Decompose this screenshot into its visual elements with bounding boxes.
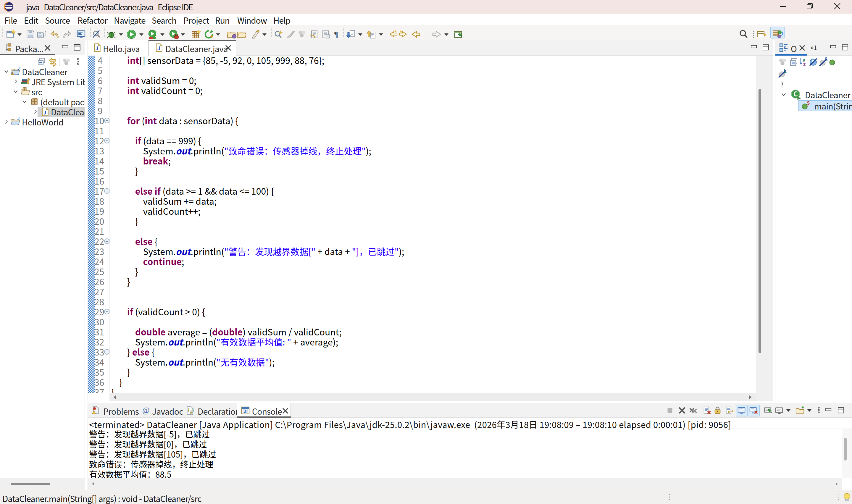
linenums: 4 5 6 7 8 9 10 11 12 13 14 15 16 17 18 1… — [94, 56, 103, 393]
menu-refactor[interactable]: Refactor — [77, 14, 107, 26]
menu-source[interactable]: Source — [45, 14, 70, 26]
ic — [126, 29, 137, 39]
sep — [343, 27, 344, 38]
ol-sel: S main(String — [798, 100, 852, 111]
tb-dots — [753, 31, 754, 38]
dd — [807, 409, 812, 413]
ic — [61, 57, 72, 67]
ic — [841, 43, 849, 52]
win-close[interactable] — [834, 3, 840, 10]
bp-tabbar: ! Problems @ Javadoc {..} Declaration J … — [88, 403, 852, 418]
fold — [104, 118, 110, 123]
bulb — [842, 492, 851, 502]
menu-edit[interactable]: Edit — [24, 14, 38, 26]
svg-text:z: z — [803, 60, 805, 68]
menu-file[interactable]: File — [4, 14, 17, 26]
ic — [837, 407, 845, 415]
ic — [61, 43, 70, 52]
ic: @ — [142, 406, 151, 415]
fold — [104, 349, 110, 355]
ol-toolbar: az F S L — [775, 56, 852, 88]
ic — [689, 406, 698, 415]
ic — [91, 29, 102, 39]
svg-text:J: J — [43, 109, 47, 116]
package-explorer: Packa... J!DataCleanerJRE System Librasr… — [0, 40, 85, 490]
sb-dots2 — [838, 494, 839, 501]
console-output: 警告：发现越界数据[-5]，已跳过 警告：发现越界数据[0]，已跳过 警告：发现… — [89, 429, 216, 479]
ic: J! — [11, 67, 20, 76]
ic — [388, 29, 398, 39]
menu-run[interactable]: Run — [215, 14, 230, 26]
svg-text:J: J — [17, 115, 20, 121]
ic — [775, 406, 784, 415]
ic — [762, 43, 770, 52]
ic — [779, 43, 788, 52]
menu-window[interactable]: Window — [237, 14, 267, 26]
ic — [796, 406, 805, 415]
bottom-panel: ! Problems @ Javadoc {..} Declaration J … — [88, 403, 852, 490]
ic — [50, 29, 60, 39]
ic — [824, 407, 833, 415]
ic — [30, 97, 39, 106]
fold — [104, 309, 110, 314]
svg-text:{..}: {..} — [188, 407, 194, 413]
ic — [737, 406, 746, 415]
sep — [428, 27, 428, 38]
ic — [789, 57, 799, 67]
svg-text:@: @ — [142, 406, 149, 415]
tab-datacleaner[interactable]: J DataCleaner.java — [148, 40, 236, 56]
dd — [786, 409, 791, 413]
ic: J — [155, 43, 164, 52]
win-min[interactable] — [780, 6, 786, 7]
win-restore[interactable] — [807, 3, 813, 10]
ic: F — [809, 57, 819, 67]
menu-navigate[interactable]: Navigate — [114, 14, 146, 26]
menu-help[interactable]: Help — [273, 14, 290, 26]
ic — [169, 29, 179, 39]
dd — [118, 33, 124, 37]
ic: ¶ — [332, 29, 342, 39]
sep — [452, 27, 452, 38]
ic — [780, 91, 788, 98]
ic — [665, 406, 675, 415]
ic — [309, 29, 320, 39]
ic — [432, 29, 442, 39]
svg-text:L: L — [784, 67, 786, 74]
ed-tabbar: J Hello.java J DataCleaner.java — [88, 40, 773, 56]
ic: J — [11, 117, 20, 127]
ic — [749, 406, 759, 415]
menu-project[interactable]: Project — [183, 14, 209, 26]
ol-tree: C DataCleaner S main(String — [775, 88, 852, 401]
pe-hscroll — [0, 478, 85, 490]
ic — [725, 406, 734, 415]
ic — [32, 108, 39, 115]
tab-hello[interactable]: J Hello.java — [88, 40, 148, 56]
ic — [226, 29, 237, 39]
ic: L — [778, 69, 788, 79]
ic: J — [241, 406, 250, 415]
ic — [106, 29, 116, 39]
ol-tab[interactable]: O — [775, 40, 807, 56]
ic — [3, 2, 14, 12]
ic — [3, 68, 10, 75]
svg-text:S: S — [807, 100, 810, 106]
ic — [25, 29, 36, 39]
svg-text:J: J — [157, 44, 160, 52]
ic — [346, 29, 357, 39]
sb-dots1 — [669, 493, 670, 501]
pe-tab[interactable]: Packa... — [0, 40, 55, 55]
ic — [251, 29, 261, 39]
ic — [757, 29, 767, 39]
ic — [204, 29, 214, 39]
svg-text:J: J — [95, 44, 98, 52]
ic — [677, 406, 687, 415]
ic — [73, 43, 81, 52]
ic — [454, 29, 464, 39]
dd — [444, 33, 449, 37]
tab-console[interactable]: J Console — [237, 403, 291, 418]
ic: az — [798, 57, 809, 67]
ic — [829, 43, 837, 52]
ic — [76, 29, 86, 39]
svg-text:¶: ¶ — [334, 30, 338, 39]
menu-search[interactable]: Search — [152, 14, 176, 26]
